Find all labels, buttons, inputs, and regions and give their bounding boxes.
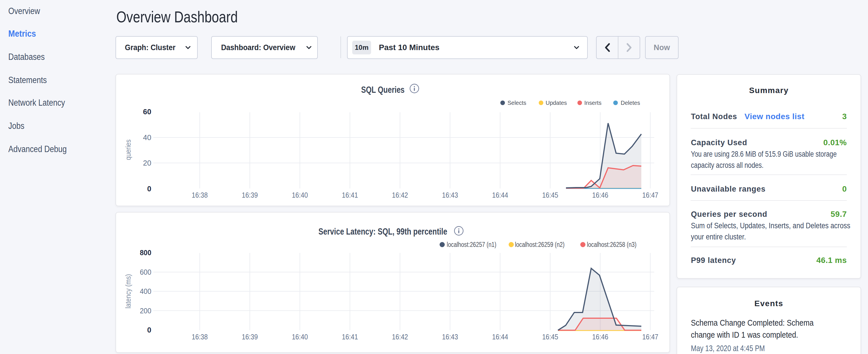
svg-text:16:40: 16:40 xyxy=(292,191,308,199)
svg-text:16:46: 16:46 xyxy=(592,191,608,199)
svg-text:16:40: 16:40 xyxy=(292,332,308,341)
svg-text:16:41: 16:41 xyxy=(342,191,358,199)
svg-text:16:44: 16:44 xyxy=(492,191,508,199)
svg-text:queries: queries xyxy=(124,139,132,160)
svg-text:16:39: 16:39 xyxy=(242,332,258,341)
svg-text:600: 600 xyxy=(140,268,151,277)
svg-text:60: 60 xyxy=(143,107,151,116)
svg-text:0: 0 xyxy=(147,326,151,334)
svg-text:16:38: 16:38 xyxy=(192,191,208,199)
svg-text:16:46: 16:46 xyxy=(592,332,608,341)
svg-text:16:47: 16:47 xyxy=(642,332,658,341)
svg-text:16:43: 16:43 xyxy=(442,191,458,199)
svg-text:200: 200 xyxy=(140,307,151,315)
svg-text:16:41: 16:41 xyxy=(342,332,358,341)
svg-text:16:47: 16:47 xyxy=(642,191,658,199)
svg-text:16:44: 16:44 xyxy=(492,332,508,341)
svg-text:16:38: 16:38 xyxy=(192,332,208,341)
svg-text:16:45: 16:45 xyxy=(542,332,558,341)
svg-text:16:42: 16:42 xyxy=(392,332,408,341)
svg-text:latency (ms): latency (ms) xyxy=(124,274,132,309)
svg-text:16:39: 16:39 xyxy=(242,191,258,199)
svg-text:0: 0 xyxy=(147,185,151,193)
svg-text:40: 40 xyxy=(143,133,151,142)
svg-text:800: 800 xyxy=(140,248,151,257)
svg-text:16:42: 16:42 xyxy=(392,191,408,199)
svg-text:16:45: 16:45 xyxy=(542,191,558,199)
svg-text:16:43: 16:43 xyxy=(442,332,458,341)
svg-text:400: 400 xyxy=(140,287,151,296)
svg-text:20: 20 xyxy=(143,159,151,167)
